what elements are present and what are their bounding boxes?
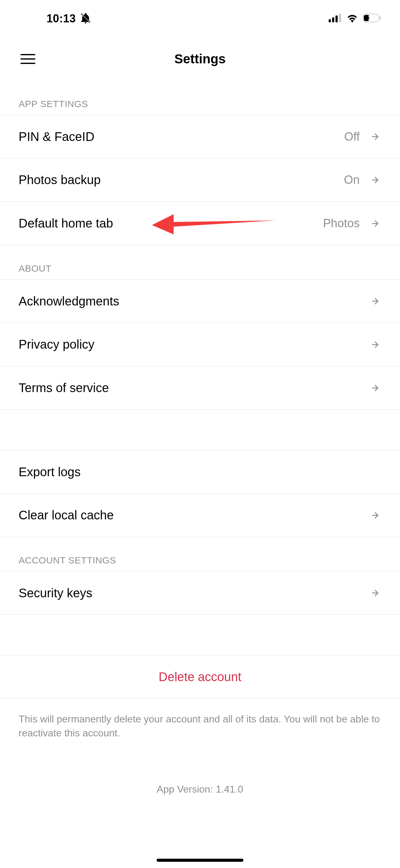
hamburger-icon: [21, 53, 35, 65]
row-value: Off: [344, 130, 360, 144]
status-left: 10:13: [46, 12, 92, 25]
row-delete-account[interactable]: Delete account: [0, 655, 400, 699]
section-header-about: ABOUT: [0, 245, 400, 279]
row-label: Terms of service: [19, 381, 369, 395]
svg-text:35: 35: [368, 15, 374, 21]
section-header-app-settings: APP SETTINGS: [0, 81, 400, 115]
chevron-right-icon: [369, 295, 381, 307]
row-label: Clear local cache: [19, 508, 369, 522]
chevron-right-icon: [369, 174, 381, 186]
row-value: Photos: [323, 217, 360, 230]
chevron-right-icon: [369, 509, 381, 522]
chevron-right-icon: [369, 587, 381, 599]
svg-rect-3: [332, 18, 334, 22]
status-right: 35: [329, 13, 381, 24]
silent-icon: [80, 12, 92, 25]
row-label: Export logs: [19, 465, 369, 479]
delete-warning-text: This will permanently delete your accoun…: [0, 699, 400, 746]
spacer: [0, 410, 400, 450]
cellular-signal-icon: [329, 14, 342, 24]
row-label: Default home tab: [19, 216, 323, 230]
spacer: [0, 615, 400, 655]
row-label: Security keys: [19, 586, 369, 600]
wifi-icon: [346, 13, 359, 24]
row-security-keys[interactable]: Security keys: [0, 571, 400, 615]
row-photos-backup[interactable]: Photos backup On: [0, 158, 400, 202]
row-pin-faceid[interactable]: PIN & FaceID Off: [0, 115, 400, 158]
hamburger-menu-button[interactable]: [19, 50, 37, 68]
home-indicator[interactable]: [157, 859, 243, 862]
app-version-text: App Version: 1.41.0: [0, 783, 400, 795]
svg-rect-5: [339, 14, 341, 22]
nav-bar: Settings: [0, 37, 400, 81]
chevron-right-icon: [369, 217, 381, 230]
svg-rect-4: [335, 16, 338, 22]
row-label: Privacy policy: [19, 337, 369, 351]
status-bar: 10:13: [0, 0, 400, 37]
status-time: 10:13: [46, 12, 76, 25]
row-acknowledgments[interactable]: Acknowledgments: [0, 279, 400, 323]
battery-icon: 35: [363, 13, 381, 24]
row-label: Photos backup: [19, 173, 344, 187]
page-title: Settings: [174, 52, 226, 66]
svg-rect-8: [379, 17, 381, 20]
row-label: Acknowledgments: [19, 294, 369, 308]
row-default-home-tab[interactable]: Default home tab Photos: [0, 202, 400, 245]
delete-account-label: Delete account: [159, 670, 241, 684]
row-privacy-policy[interactable]: Privacy policy: [0, 323, 400, 366]
chevron-right-icon: [369, 130, 381, 143]
section-header-account-settings: ACCOUNT SETTINGS: [0, 537, 400, 571]
svg-rect-2: [329, 19, 331, 22]
row-terms-of-service[interactable]: Terms of service: [0, 366, 400, 410]
chevron-right-icon: [369, 382, 381, 394]
row-export-logs[interactable]: Export logs: [0, 450, 400, 494]
row-value: On: [344, 173, 360, 187]
chevron-right-icon: [369, 338, 381, 351]
row-label: PIN & FaceID: [19, 130, 344, 144]
row-clear-local-cache[interactable]: Clear local cache: [0, 494, 400, 537]
